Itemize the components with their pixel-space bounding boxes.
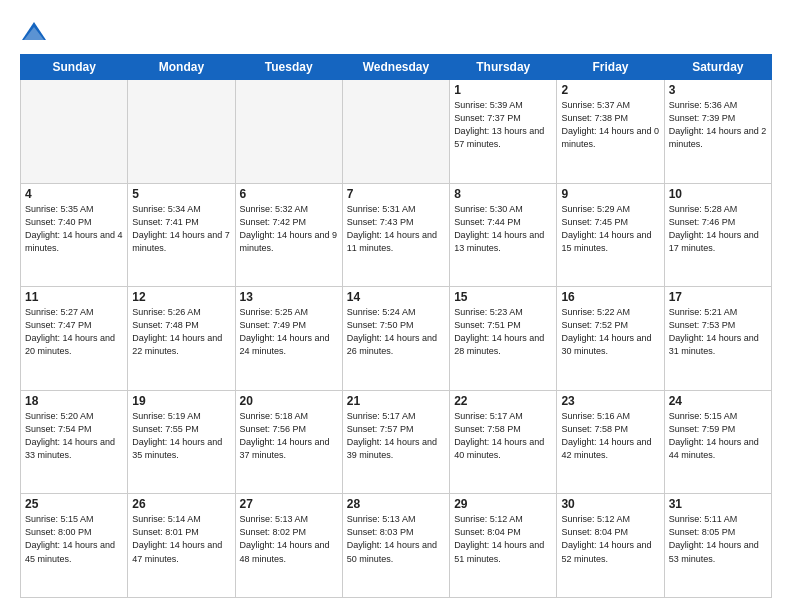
day-number: 3: [669, 83, 767, 97]
cell-info: Sunrise: 5:36 AM Sunset: 7:39 PM Dayligh…: [669, 99, 767, 151]
cell-info: Sunrise: 5:16 AM Sunset: 7:58 PM Dayligh…: [561, 410, 659, 462]
calendar-cell: 6Sunrise: 5:32 AM Sunset: 7:42 PM Daylig…: [235, 183, 342, 287]
day-number: 21: [347, 394, 445, 408]
calendar-cell: [235, 80, 342, 184]
calendar-cell: 22Sunrise: 5:17 AM Sunset: 7:58 PM Dayli…: [450, 390, 557, 494]
cell-info: Sunrise: 5:29 AM Sunset: 7:45 PM Dayligh…: [561, 203, 659, 255]
day-number: 22: [454, 394, 552, 408]
cell-info: Sunrise: 5:11 AM Sunset: 8:05 PM Dayligh…: [669, 513, 767, 565]
calendar-cell: 9Sunrise: 5:29 AM Sunset: 7:45 PM Daylig…: [557, 183, 664, 287]
cell-info: Sunrise: 5:28 AM Sunset: 7:46 PM Dayligh…: [669, 203, 767, 255]
calendar-cell: 3Sunrise: 5:36 AM Sunset: 7:39 PM Daylig…: [664, 80, 771, 184]
cell-info: Sunrise: 5:23 AM Sunset: 7:51 PM Dayligh…: [454, 306, 552, 358]
calendar-cell: 25Sunrise: 5:15 AM Sunset: 8:00 PM Dayli…: [21, 494, 128, 598]
cell-info: Sunrise: 5:15 AM Sunset: 7:59 PM Dayligh…: [669, 410, 767, 462]
day-number: 23: [561, 394, 659, 408]
day-number: 29: [454, 497, 552, 511]
weekday-header-thursday: Thursday: [450, 55, 557, 80]
day-number: 7: [347, 187, 445, 201]
cell-info: Sunrise: 5:31 AM Sunset: 7:43 PM Dayligh…: [347, 203, 445, 255]
day-number: 27: [240, 497, 338, 511]
cell-info: Sunrise: 5:22 AM Sunset: 7:52 PM Dayligh…: [561, 306, 659, 358]
cell-info: Sunrise: 5:30 AM Sunset: 7:44 PM Dayligh…: [454, 203, 552, 255]
calendar-table: SundayMondayTuesdayWednesdayThursdayFrid…: [20, 54, 772, 598]
calendar-cell: 12Sunrise: 5:26 AM Sunset: 7:48 PM Dayli…: [128, 287, 235, 391]
cell-info: Sunrise: 5:27 AM Sunset: 7:47 PM Dayligh…: [25, 306, 123, 358]
calendar-cell: 8Sunrise: 5:30 AM Sunset: 7:44 PM Daylig…: [450, 183, 557, 287]
calendar-cell: 21Sunrise: 5:17 AM Sunset: 7:57 PM Dayli…: [342, 390, 449, 494]
cell-info: Sunrise: 5:39 AM Sunset: 7:37 PM Dayligh…: [454, 99, 552, 151]
day-number: 18: [25, 394, 123, 408]
cell-info: Sunrise: 5:12 AM Sunset: 8:04 PM Dayligh…: [454, 513, 552, 565]
calendar-cell: 13Sunrise: 5:25 AM Sunset: 7:49 PM Dayli…: [235, 287, 342, 391]
calendar-cell: 4Sunrise: 5:35 AM Sunset: 7:40 PM Daylig…: [21, 183, 128, 287]
day-number: 24: [669, 394, 767, 408]
calendar-cell: 19Sunrise: 5:19 AM Sunset: 7:55 PM Dayli…: [128, 390, 235, 494]
day-number: 26: [132, 497, 230, 511]
calendar-cell: 16Sunrise: 5:22 AM Sunset: 7:52 PM Dayli…: [557, 287, 664, 391]
calendar-cell: 17Sunrise: 5:21 AM Sunset: 7:53 PM Dayli…: [664, 287, 771, 391]
weekday-header-monday: Monday: [128, 55, 235, 80]
cell-info: Sunrise: 5:32 AM Sunset: 7:42 PM Dayligh…: [240, 203, 338, 255]
cell-info: Sunrise: 5:13 AM Sunset: 8:02 PM Dayligh…: [240, 513, 338, 565]
day-number: 25: [25, 497, 123, 511]
calendar-cell: 10Sunrise: 5:28 AM Sunset: 7:46 PM Dayli…: [664, 183, 771, 287]
day-number: 14: [347, 290, 445, 304]
week-row-2: 11Sunrise: 5:27 AM Sunset: 7:47 PM Dayli…: [21, 287, 772, 391]
day-number: 17: [669, 290, 767, 304]
day-number: 13: [240, 290, 338, 304]
calendar-cell: 11Sunrise: 5:27 AM Sunset: 7:47 PM Dayli…: [21, 287, 128, 391]
day-number: 30: [561, 497, 659, 511]
calendar-cell: 2Sunrise: 5:37 AM Sunset: 7:38 PM Daylig…: [557, 80, 664, 184]
day-number: 4: [25, 187, 123, 201]
calendar-cell: 15Sunrise: 5:23 AM Sunset: 7:51 PM Dayli…: [450, 287, 557, 391]
day-number: 19: [132, 394, 230, 408]
day-number: 6: [240, 187, 338, 201]
calendar-cell: 14Sunrise: 5:24 AM Sunset: 7:50 PM Dayli…: [342, 287, 449, 391]
cell-info: Sunrise: 5:20 AM Sunset: 7:54 PM Dayligh…: [25, 410, 123, 462]
calendar-cell: 23Sunrise: 5:16 AM Sunset: 7:58 PM Dayli…: [557, 390, 664, 494]
page: SundayMondayTuesdayWednesdayThursdayFrid…: [0, 0, 792, 612]
cell-info: Sunrise: 5:17 AM Sunset: 7:58 PM Dayligh…: [454, 410, 552, 462]
cell-info: Sunrise: 5:15 AM Sunset: 8:00 PM Dayligh…: [25, 513, 123, 565]
week-row-3: 18Sunrise: 5:20 AM Sunset: 7:54 PM Dayli…: [21, 390, 772, 494]
calendar-cell: [128, 80, 235, 184]
calendar-cell: 26Sunrise: 5:14 AM Sunset: 8:01 PM Dayli…: [128, 494, 235, 598]
cell-info: Sunrise: 5:18 AM Sunset: 7:56 PM Dayligh…: [240, 410, 338, 462]
calendar-cell: [342, 80, 449, 184]
calendar-cell: 7Sunrise: 5:31 AM Sunset: 7:43 PM Daylig…: [342, 183, 449, 287]
logo-icon: [20, 18, 48, 46]
weekday-header-sunday: Sunday: [21, 55, 128, 80]
cell-info: Sunrise: 5:37 AM Sunset: 7:38 PM Dayligh…: [561, 99, 659, 151]
day-number: 2: [561, 83, 659, 97]
cell-info: Sunrise: 5:26 AM Sunset: 7:48 PM Dayligh…: [132, 306, 230, 358]
calendar-cell: 31Sunrise: 5:11 AM Sunset: 8:05 PM Dayli…: [664, 494, 771, 598]
cell-info: Sunrise: 5:25 AM Sunset: 7:49 PM Dayligh…: [240, 306, 338, 358]
weekday-header-row: SundayMondayTuesdayWednesdayThursdayFrid…: [21, 55, 772, 80]
day-number: 5: [132, 187, 230, 201]
cell-info: Sunrise: 5:14 AM Sunset: 8:01 PM Dayligh…: [132, 513, 230, 565]
day-number: 16: [561, 290, 659, 304]
week-row-4: 25Sunrise: 5:15 AM Sunset: 8:00 PM Dayli…: [21, 494, 772, 598]
week-row-1: 4Sunrise: 5:35 AM Sunset: 7:40 PM Daylig…: [21, 183, 772, 287]
weekday-header-wednesday: Wednesday: [342, 55, 449, 80]
weekday-header-friday: Friday: [557, 55, 664, 80]
calendar-cell: 5Sunrise: 5:34 AM Sunset: 7:41 PM Daylig…: [128, 183, 235, 287]
calendar-cell: 29Sunrise: 5:12 AM Sunset: 8:04 PM Dayli…: [450, 494, 557, 598]
header: [20, 18, 772, 46]
cell-info: Sunrise: 5:19 AM Sunset: 7:55 PM Dayligh…: [132, 410, 230, 462]
week-row-0: 1Sunrise: 5:39 AM Sunset: 7:37 PM Daylig…: [21, 80, 772, 184]
cell-info: Sunrise: 5:17 AM Sunset: 7:57 PM Dayligh…: [347, 410, 445, 462]
weekday-header-tuesday: Tuesday: [235, 55, 342, 80]
calendar-cell: 30Sunrise: 5:12 AM Sunset: 8:04 PM Dayli…: [557, 494, 664, 598]
calendar-cell: [21, 80, 128, 184]
day-number: 20: [240, 394, 338, 408]
day-number: 8: [454, 187, 552, 201]
cell-info: Sunrise: 5:35 AM Sunset: 7:40 PM Dayligh…: [25, 203, 123, 255]
cell-info: Sunrise: 5:34 AM Sunset: 7:41 PM Dayligh…: [132, 203, 230, 255]
day-number: 28: [347, 497, 445, 511]
cell-info: Sunrise: 5:24 AM Sunset: 7:50 PM Dayligh…: [347, 306, 445, 358]
day-number: 15: [454, 290, 552, 304]
calendar-cell: 1Sunrise: 5:39 AM Sunset: 7:37 PM Daylig…: [450, 80, 557, 184]
day-number: 12: [132, 290, 230, 304]
